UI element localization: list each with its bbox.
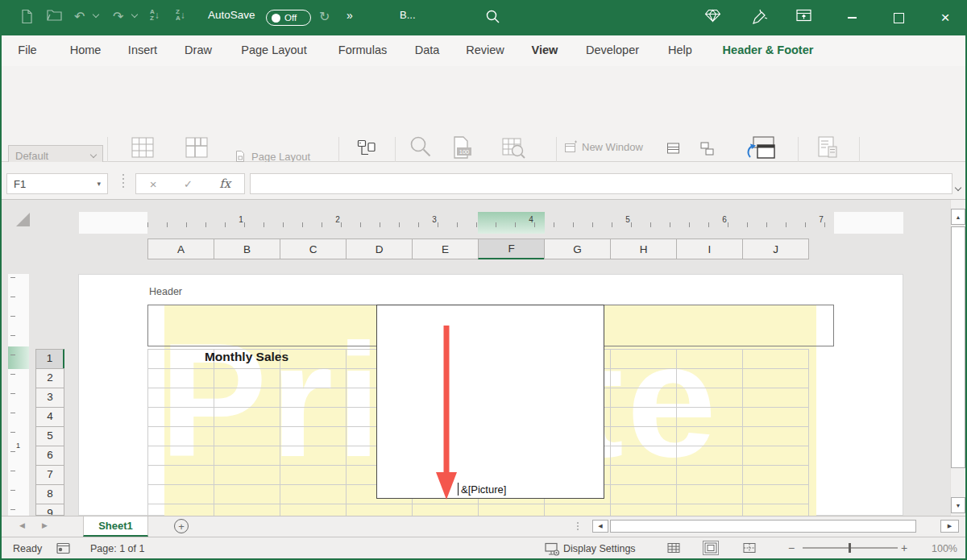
enter-icon[interactable]: ✓ [184,178,193,190]
tab-formulas[interactable]: Formulas [338,44,387,56]
formula-bar-expand-icon[interactable] [956,179,961,193]
row-header-8[interactable]: 8 [35,484,64,504]
hscroll-right-icon[interactable]: ▶ [940,520,959,533]
ruler-mark-5: 5 [625,215,630,224]
row-header-6[interactable]: 6 [35,446,64,466]
column-header-b[interactable]: B [214,239,280,259]
name-box-chevron-icon: ▾ [97,180,101,188]
display-settings-label[interactable]: Display Settings [563,543,636,554]
zoom-in-icon[interactable]: + [901,541,907,554]
minimize-button[interactable] [833,0,870,35]
sheet-nav-right-icon[interactable]: ▶ [42,521,48,529]
tab-bar-gripper[interactable] [577,522,579,524]
ink-pen-icon[interactable] [751,9,768,26]
sort-za-icon[interactable]: ZA↓ [176,9,185,22]
document-title: B... [400,9,416,21]
tab-data[interactable]: Data [415,44,440,56]
name-box[interactable]: F1 ▾ [6,173,108,194]
view-side-by-side-icon[interactable] [700,142,714,156]
new-file-icon[interactable] [21,9,33,24]
row-header-3[interactable]: 3 [35,388,64,408]
tab-file[interactable]: File [18,44,36,56]
horizontal-ruler[interactable] [147,222,835,227]
status-bar: Ready Page: 1 of 1 Display Settings − + … [0,537,967,558]
normal-view-shortcut-icon[interactable] [667,542,680,554]
column-header-d[interactable]: D [346,239,413,259]
row-header-4[interactable]: 4 [35,407,64,427]
window-border-left [0,35,2,560]
zoom-out-icon[interactable]: − [788,541,795,554]
macro-record-icon[interactable] [56,542,70,554]
title-bar: ↶ ↷ AZ↓ ZA↓ AutoSave Off ↻ » B... × [0,0,967,35]
scroll-up-icon[interactable]: ▲ [951,209,965,225]
autosave-toggle[interactable]: Off [266,10,311,26]
row-header-5[interactable]: 5 [35,426,64,446]
search-icon[interactable] [485,9,500,24]
header-center-section[interactable] [376,305,604,499]
premium-gem-icon[interactable] [704,9,721,23]
tab-help[interactable]: Help [668,44,692,56]
cancel-icon[interactable]: × [150,177,157,191]
row-header-2[interactable]: 2 [35,368,64,388]
sort-az-icon[interactable]: AZ↓ [150,9,160,22]
redo-chevron-icon[interactable] [132,15,137,17]
column-header-h[interactable]: H [610,239,677,259]
scroll-down-icon[interactable]: ▼ [951,497,965,513]
refresh-icon[interactable]: ↻ [319,9,330,24]
tab-draw[interactable]: Draw [185,44,212,56]
close-button[interactable]: × [927,0,964,35]
column-header-j[interactable]: J [742,239,809,259]
sheet-nav-left-icon[interactable]: ◀ [19,521,25,529]
tab-insert[interactable]: Insert [128,44,157,56]
undo-chevron-icon[interactable] [93,15,98,17]
column-header-e[interactable]: E [412,239,479,259]
tab-view[interactable]: View [532,44,558,56]
new-window-button[interactable]: New Window [564,140,643,153]
formula-input[interactable] [250,173,952,194]
horizontal-scrollbar-thumb[interactable] [610,520,916,533]
tab-home[interactable]: Home [70,44,102,56]
column-header-i[interactable]: I [676,239,743,259]
column-header-c[interactable]: C [280,239,347,259]
text-cursor [458,483,459,496]
cell-monthly-sales[interactable]: Monthly Sales [147,350,346,364]
column-header-f-selected[interactable]: F [478,239,545,259]
sheet-view-selector-chevron-icon [90,151,97,158]
tab-developer[interactable]: Developer [586,44,639,56]
vertical-scrollbar-thumb[interactable] [951,226,965,468]
zoom-to-selection-icon [501,135,525,160]
column-header-g[interactable]: G [544,239,611,259]
display-settings-icon[interactable] [545,542,560,556]
page-break-view-shortcut-icon[interactable] [743,542,756,554]
new-sheet-icon[interactable]: + [174,519,189,533]
sheet-tab-active[interactable]: Sheet1 [83,516,148,537]
insert-function-button[interactable]: fx [219,176,230,191]
page-layout-view-shortcut-icon[interactable] [703,541,719,555]
split-icon[interactable] [666,142,680,155]
formula-bar-gripper[interactable] [122,174,124,176]
column-header-a[interactable]: A [147,239,214,259]
more-commands-button[interactable]: » [347,9,353,22]
header-picture-code[interactable]: &[Picture] [461,483,506,496]
redo-icon[interactable]: ↷ [113,9,123,24]
open-folder-icon[interactable] [47,9,62,21]
status-zoom-level[interactable]: 100% [923,543,957,554]
maximize-button[interactable] [880,0,917,35]
header-zone-label: Header [149,286,182,297]
sheet-tab-bar: ◀ ▶ Sheet1 + ◀ ▶ [0,516,967,537]
tab-review[interactable]: Review [466,44,504,56]
row-header-7[interactable]: 7 [35,465,64,485]
sheet-view-selector-value: Default [15,150,48,162]
status-mode: Ready [13,543,42,554]
row-header-1-selected[interactable]: 1 [35,349,64,369]
row-header-9[interactable]: 9 [35,504,64,516]
page-layout-view-button[interactable]: Page Layout [234,150,310,163]
tab-page-layout[interactable]: Page Layout [241,44,306,56]
ribbon-display-options-icon[interactable] [796,9,811,22]
hscroll-left-icon[interactable]: ◀ [592,520,608,533]
zoom-slider-thumb[interactable] [849,543,851,553]
tab-header-footer[interactable]: Header & Footer [723,44,814,56]
select-all-corner-icon[interactable] [16,213,31,227]
undo-icon[interactable]: ↶ [74,9,85,24]
ruler-mark-7: 7 [819,215,824,224]
